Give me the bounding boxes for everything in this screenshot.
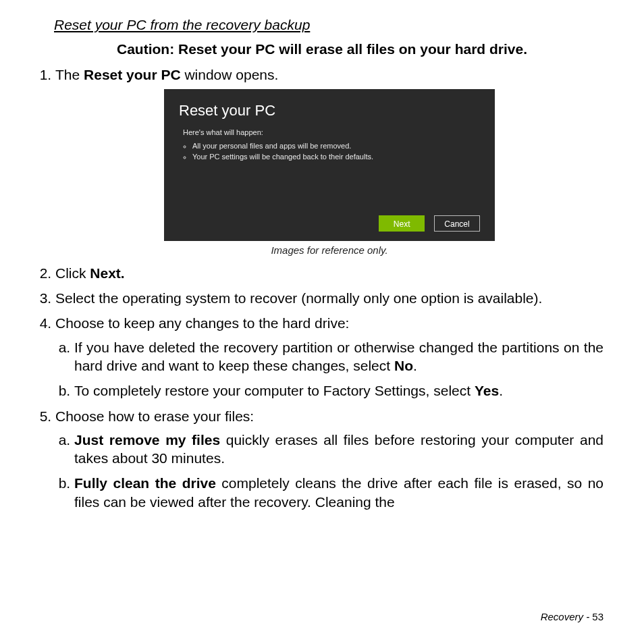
step1-bold: Reset your PC	[84, 67, 181, 82]
step4a-post: .	[413, 358, 417, 373]
next-button[interactable]: Next	[379, 215, 425, 232]
step-5: Choose how to erase your files: Just rem…	[55, 407, 603, 511]
dialog-subhead: Here's what will happen:	[183, 128, 480, 137]
cancel-button[interactable]: Cancel	[434, 215, 480, 232]
page-footer: Recovery - 53	[541, 611, 603, 622]
step4b-pre: To completely restore your computer to F…	[74, 383, 475, 398]
step5a-bold: Just remove my files	[74, 432, 220, 448]
step4a-bold: No	[394, 358, 413, 373]
footer-label: Recovery -	[541, 611, 593, 622]
step2-pre: Click	[55, 265, 90, 281]
step4a-pre: If you have deleted the recovery partiti…	[74, 340, 603, 373]
page-number: 53	[592, 611, 603, 622]
step-2: Click Next.	[55, 264, 603, 282]
step1-post: window opens.	[181, 67, 279, 82]
step2-bold: Next.	[90, 265, 124, 281]
step4b-post: .	[499, 383, 503, 398]
step4b-bold: Yes	[475, 383, 499, 398]
dialog-bullets: All your personal files and apps will be…	[183, 141, 480, 162]
step-5a: Just remove my files quickly erases all …	[74, 431, 603, 468]
section-heading: Reset your PC from the recovery backup	[54, 17, 603, 33]
screenshot-container: Reset your PC Here's what will happen: A…	[55, 89, 603, 257]
step5b-bold: Fully clean the drive	[74, 475, 216, 491]
dialog-bullet: Your PC settings will be changed back to…	[192, 152, 480, 161]
step-4: Choose to keep any changes to the hard d…	[55, 314, 603, 400]
step-5b: Fully clean the drive completely cleans …	[74, 474, 603, 511]
step4-sublist: If you have deleted the recovery partiti…	[55, 338, 603, 400]
step-1: The Reset your PC window opens. Reset yo…	[55, 65, 603, 257]
step1-pre: The	[55, 67, 84, 82]
caution-text: Caution: Reset your PC will erase all fi…	[41, 41, 603, 57]
dialog-button-row: Next Cancel	[373, 213, 480, 232]
step-4a: If you have deleted the recovery partiti…	[74, 338, 603, 375]
document-page: Reset your PC from the recovery backup C…	[0, 0, 644, 644]
reset-pc-screenshot: Reset your PC Here's what will happen: A…	[164, 89, 495, 241]
step4-text: Choose to keep any changes to the hard d…	[55, 315, 349, 331]
step-3: Select the operating system to recover (…	[55, 289, 603, 307]
step5-sublist: Just remove my files quickly erases all …	[55, 431, 603, 511]
step-list: The Reset your PC window opens. Reset yo…	[41, 65, 603, 511]
screenshot-caption: Images for reference only.	[55, 244, 603, 257]
dialog-bullet: All your personal files and apps will be…	[192, 141, 480, 151]
step5-text: Choose how to erase your files:	[55, 408, 254, 424]
dialog-title: Reset your PC	[179, 101, 480, 121]
step-4b: To completely restore your computer to F…	[74, 381, 603, 400]
